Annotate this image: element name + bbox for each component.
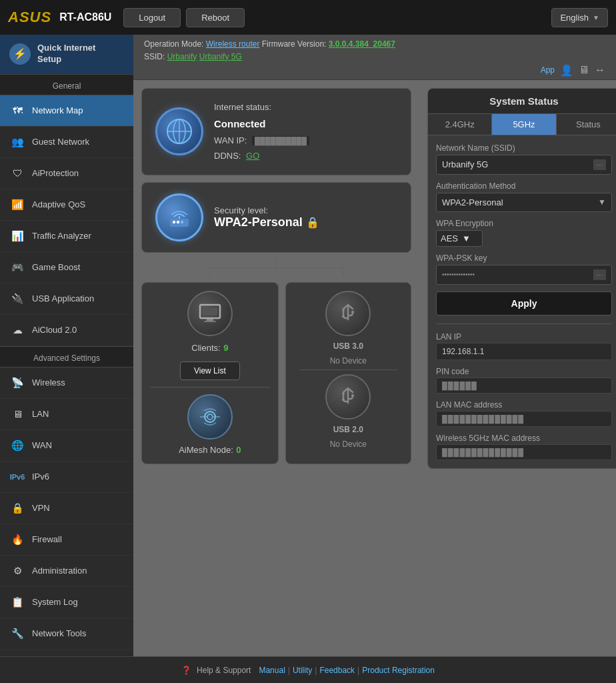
ddns-go-link[interactable]: GO [246,151,259,161]
system-log-icon: 📋 [9,594,25,610]
guest-network-icon: 👥 [9,134,25,150]
wireless5-mac-value: ██████████████ [436,444,612,460]
ssid-edit-button[interactable]: ··· [593,159,606,170]
sidebar-item-traffic-analyzer[interactable]: 📊 Traffic Analyzer [0,221,133,252]
product-registration-link[interactable]: Product Registration [362,666,435,675]
sidebar-item-system-log[interactable]: 📋 System Log [0,587,133,618]
manual-link[interactable]: Manual [259,666,285,675]
sidebar-item-vpn[interactable]: 🔒 VPN [0,493,133,524]
utility-link[interactable]: Utility [293,666,312,675]
network-tools-icon: 🔧 [9,626,25,642]
wpapsk-label: WPA-PSK key [436,253,612,263]
auth-select-arrow: ▼ [598,197,606,207]
svg-point-4 [167,119,191,143]
client-icon-wrap [187,291,233,336]
auth-field-label: Authentication Method [436,181,612,191]
aimesh-section: AiMesh Node: 0 [150,387,270,456]
usb30-status: No Device [330,356,367,366]
adaptive-qos-icon: 📶 [9,197,25,213]
ssid-line: SSID: Urbanify Urbanify 5G [144,52,605,61]
sidebar-item-adaptive-qos[interactable]: 📶 Adaptive QoS [0,189,133,221]
aimesh-label: AiMesh Node: 0 [179,444,241,456]
view-list-button[interactable]: View List [180,362,240,380]
ssid-field: Network Name (SSID) Urbanify 5G ··· [436,143,612,175]
asus-logo: ASUS [8,9,51,26]
sidebar-item-network-tools[interactable]: 🔧 Network Tools [0,618,133,650]
aimesh-count: 0 [236,445,241,455]
reboot-button[interactable]: Reboot [186,8,245,27]
apply-button[interactable]: Apply [436,291,612,315]
wan-icon: 🌐 [9,438,25,454]
ssid-label: SSID: [144,52,165,61]
firmware-version[interactable]: 3.0.0.4.384_20467 [329,39,395,49]
sidebar-item-aicloud[interactable]: ☁ AiCloud 2.0 [0,315,133,346]
wpa-enc-select[interactable]: AES ▼ [436,230,483,247]
wan-ip-value: ██████████ [252,136,309,145]
sidebar-item-aiprotection[interactable]: 🛡 AiProtection [0,158,133,189]
lan-mac-value: ██████████████ [436,411,612,427]
vpn-label: VPN [32,503,124,513]
auth-select[interactable]: WPA2-Personal ▼ [436,193,612,212]
svg-rect-11 [203,307,217,315]
tab-5ghz[interactable]: 5GHz [492,114,556,135]
tree-left-branch [209,267,210,275]
app-label[interactable]: App [541,65,555,75]
user-icon[interactable]: 👤 [560,64,573,77]
usb20-status: No Device [330,440,367,449]
display-icon[interactable]: 🖥 [579,64,589,76]
sidebar-advanced-header: Advanced Settings [0,346,133,368]
op-mode-label: Operation Mode: [144,39,203,49]
internet-status-label: Internet status: [214,99,309,115]
op-mode-line: Operation Mode: Wireless router Firmware… [144,37,605,52]
tab-2-4ghz[interactable]: 2.4GHz [428,114,492,135]
wpapsk-dots: •••••••••••••• [442,271,475,278]
help-circle-icon: ❓ [181,666,191,675]
usb-application-label: USB Application [32,293,124,303]
wireless5-mac-field: Wireless 5GHz MAC address ██████████████ [436,434,612,460]
tree-connector [141,259,411,275]
wpapsk-input[interactable]: •••••••••••••• ··· [436,265,612,285]
quick-setup-icon: ⚡ [9,43,31,65]
ssid-input[interactable]: Urbanify 5G ··· [436,155,612,175]
sidebar-item-administration[interactable]: ⚙ Administration [0,556,133,587]
sidebar-item-guest-network[interactable]: 👥 Guest Network [0,127,133,158]
content-inner: Internet status: Connected WAN IP: █████… [133,80,616,656]
sidebar-item-wireless[interactable]: 📡 Wireless [0,368,133,399]
content-area: Operation Mode: Wireless router Firmware… [133,35,616,656]
share-icon[interactable]: ↔ [595,64,605,76]
clients-box: Clients: 9 View List [141,282,279,464]
sidebar-item-quick-setup[interactable]: ⚡ Quick InternetSetup [0,35,133,74]
sep2: | [315,666,317,675]
system-status-title: System Status [428,89,616,114]
client-section: Clients: 9 View List [150,291,270,380]
system-status-body: Network Name (SSID) Urbanify 5G ··· Auth… [428,135,616,468]
sidebar-item-usb-application[interactable]: 🔌 USB Application [0,283,133,315]
lan-icon: 🖥 [9,406,25,422]
sidebar-item-game-boost[interactable]: 🎮 Game Boost [0,252,133,283]
language-label: English [560,13,589,23]
tab-status[interactable]: Status [557,114,616,135]
feedback-link[interactable]: Feedback [319,666,355,675]
wan-label: WAN [32,440,124,450]
language-selector[interactable]: English ▼ [551,8,608,27]
op-mode-link[interactable]: Wireless router [206,39,260,49]
ipv6-icon: IPv6 [9,469,25,485]
svg-point-21 [342,392,345,395]
sidebar-item-wan[interactable]: 🌐 WAN [0,430,133,462]
ssid1-link[interactable]: Urbanify [167,52,197,61]
sidebar-item-lan[interactable]: 🖥 LAN [0,399,133,430]
wpapsk-edit-button[interactable]: ··· [593,269,606,280]
router-svg-icon [165,203,194,232]
sidebar: ⚡ Quick InternetSetup General 🗺 Network … [0,35,133,656]
sidebar-item-firewall[interactable]: 🔥 Firewall [0,524,133,556]
security-box: Security level: WPA2-Personal 🔒 [141,182,411,253]
sidebar-item-network-map[interactable]: 🗺 Network Map [0,95,133,127]
sidebar-item-ipv6[interactable]: IPv6 IPv6 [0,462,133,493]
auth-select-value: WPA2-Personal [442,197,503,207]
administration-icon: ⚙ [9,563,25,579]
guest-network-label: Guest Network [32,137,124,147]
tree-line-vertical [276,259,277,267]
ssid2-link[interactable]: Urbanify 5G [199,52,242,61]
logout-button[interactable]: Logout [123,8,181,27]
security-info: Security level: WPA2-Personal 🔒 [214,205,319,229]
